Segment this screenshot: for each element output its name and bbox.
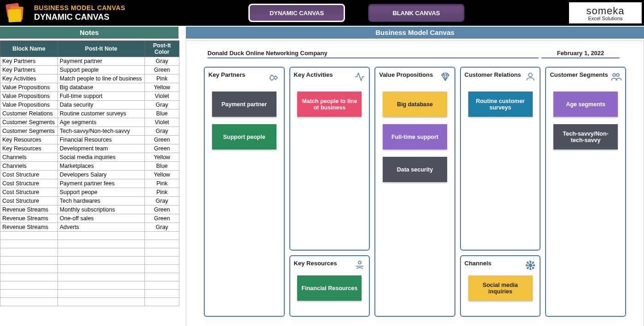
cell-color[interactable]	[145, 298, 179, 306]
cell-note[interactable]	[58, 257, 144, 265]
postit-card[interactable]: Social media inquiries	[468, 275, 533, 301]
cell-block[interactable]: Channels	[0, 162, 58, 171]
cell-color[interactable]: Yellow	[145, 171, 179, 179]
table-row[interactable]: Key ResourcesDevelopment teamGreen	[0, 144, 179, 153]
cell-block[interactable]: Key Partners	[0, 66, 58, 74]
company-name[interactable]: Donald Duck Online Networking Company	[207, 50, 539, 58]
postit-card[interactable]: Support people	[212, 124, 276, 149]
table-row[interactable]	[0, 257, 179, 265]
cell-note[interactable]	[58, 281, 144, 290]
cell-color[interactable]	[145, 281, 179, 290]
cell-color[interactable]: Green	[145, 214, 179, 223]
cell-color[interactable]	[145, 257, 179, 265]
table-row[interactable]	[0, 298, 179, 306]
cell-color[interactable]: Violet	[145, 92, 179, 101]
cell-color[interactable]	[145, 240, 179, 248]
table-row[interactable]: Key PartnersPayment partnerGray	[0, 57, 179, 66]
cell-note[interactable]: Payment partner fees	[58, 179, 144, 188]
nav-blank-canvas-button[interactable]: BLANK CANVAS	[368, 4, 465, 22]
cell-block[interactable]	[0, 290, 58, 298]
table-row[interactable]	[0, 290, 179, 298]
cell-color[interactable]	[145, 248, 179, 257]
cell-note[interactable]: Match people to line of business	[58, 74, 144, 83]
cell-note[interactable]	[58, 273, 144, 281]
cell-color[interactable]: Pink	[145, 188, 179, 197]
cell-block[interactable]	[0, 248, 58, 257]
table-row[interactable]: Cost StructureDevelopers SalaryYellow	[0, 171, 179, 179]
cell-block[interactable]	[0, 281, 58, 290]
table-row[interactable]: Cost StructurePayment partner feesPink	[0, 179, 179, 188]
postit-card[interactable]: Age segments	[553, 92, 618, 117]
cell-note[interactable]	[58, 240, 144, 248]
cell-block[interactable]: Key Resources	[0, 144, 58, 153]
cell-note[interactable]: Tech hardwares	[58, 197, 144, 206]
table-row[interactable]: Value PropositionsFull-time supportViole…	[0, 92, 179, 101]
cell-note[interactable]: Developers Salary	[58, 171, 144, 179]
cell-note[interactable]	[58, 298, 144, 306]
table-row[interactable]: Key ResourcesFinancial ResourcesGreen	[0, 136, 179, 144]
cell-color[interactable]: Gray	[145, 57, 179, 66]
cell-block[interactable]: Key Activities	[0, 74, 58, 83]
table-row[interactable]	[0, 232, 179, 240]
cell-block[interactable]	[0, 298, 58, 306]
table-row[interactable]	[0, 281, 179, 290]
cell-block[interactable]: Value Propositions	[0, 101, 58, 109]
cell-block[interactable]	[0, 257, 58, 265]
cell-color[interactable]	[145, 265, 179, 273]
cell-color[interactable]: Green	[145, 136, 179, 144]
cell-color[interactable]: Pink	[145, 74, 179, 83]
table-row[interactable]: ChannelsSocial media inquiriesYellow	[0, 153, 179, 162]
nav-dynamic-canvas-button[interactable]: DYNAMIC CANVAS	[248, 4, 345, 22]
cell-color[interactable]: Pink	[145, 179, 179, 188]
cell-block[interactable]: Cost Structure	[0, 188, 58, 197]
cell-block[interactable]: Channels	[0, 153, 58, 162]
cell-color[interactable]	[145, 290, 179, 298]
cell-note[interactable]: Support people	[58, 66, 144, 74]
cell-note[interactable]: Full-time support	[58, 92, 144, 101]
table-row[interactable]: ChannelsMarketplacesBlue	[0, 162, 179, 171]
cell-note[interactable]: Tech-savvy/Non-tech-savvy	[58, 127, 144, 136]
cell-color[interactable]: Green	[145, 144, 179, 153]
cell-block[interactable]: Cost Structure	[0, 197, 58, 206]
table-row[interactable]: Customer RelationsRoutine customer surve…	[0, 109, 179, 118]
cell-note[interactable]	[58, 248, 144, 257]
cell-note[interactable]: Support peope	[58, 188, 144, 197]
cell-note[interactable]: Marketplaces	[58, 162, 144, 171]
cell-color[interactable]: Gray	[145, 101, 179, 109]
cell-note[interactable]: One-off sales	[58, 214, 144, 223]
cell-note[interactable]: Adverts	[58, 223, 144, 232]
cell-block[interactable]: Cost Structure	[0, 179, 58, 188]
cell-note[interactable]: Payment partner	[58, 57, 144, 66]
cell-block[interactable]: Customer Relations	[0, 109, 58, 118]
table-row[interactable]: Key PartnersSupport peopleGreen	[0, 66, 179, 74]
table-row[interactable]: Customer SegmentsTech-savvy/Non-tech-sav…	[0, 127, 179, 136]
cell-block[interactable]: Revenue Streams	[0, 206, 58, 214]
postit-card[interactable]: Data security	[383, 157, 447, 182]
cell-color[interactable]: Yellow	[145, 83, 179, 92]
cell-color[interactable]: Blue	[145, 109, 179, 118]
cell-color[interactable]: Yellow	[145, 153, 179, 162]
table-row[interactable]: Key ActivitiesMatch people to line of bu…	[0, 74, 179, 83]
cell-color[interactable]: Blue	[145, 162, 179, 171]
table-row[interactable]	[0, 248, 179, 257]
cell-note[interactable]	[58, 232, 144, 240]
cell-note[interactable]: Development team	[58, 144, 144, 153]
postit-card[interactable]: Full-time support	[383, 124, 447, 149]
cell-block[interactable]	[0, 232, 58, 240]
cell-color[interactable]	[145, 273, 179, 281]
cell-block[interactable]: Value Propositions	[0, 83, 58, 92]
cell-block[interactable]: Customer Segments	[0, 127, 58, 136]
cell-note[interactable]: Routine customer surveys	[58, 109, 144, 118]
cell-note[interactable]	[58, 290, 144, 298]
table-row[interactable]	[0, 265, 179, 273]
cell-block[interactable]: Key Resources	[0, 136, 58, 144]
cell-block[interactable]: Customer Segments	[0, 118, 58, 127]
cell-note[interactable]: Monthly subscriptions	[58, 206, 144, 214]
table-row[interactable]: Revenue StreamsAdvertsGray	[0, 223, 179, 232]
cell-note[interactable]: Data security	[58, 101, 144, 109]
cell-block[interactable]: Value Propositions	[0, 92, 58, 101]
cell-block[interactable]	[0, 240, 58, 248]
postit-card[interactable]: Payment partner	[212, 92, 276, 117]
table-row[interactable]	[0, 273, 179, 281]
cell-color[interactable]: Green	[145, 66, 179, 74]
